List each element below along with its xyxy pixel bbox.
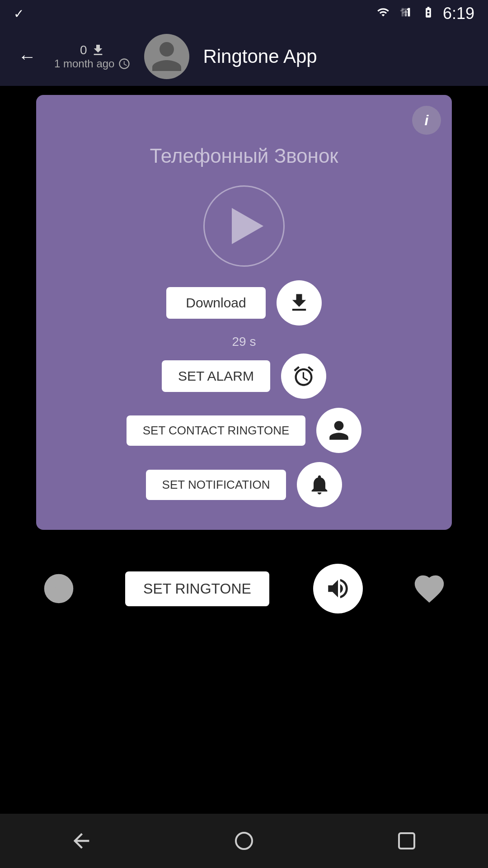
nav-home-icon	[235, 832, 253, 850]
set-ringtone-button[interactable]: SET RINGTONE	[125, 571, 269, 606]
song-title: Телефонный Звонок	[150, 145, 338, 167]
download-count-row: 0	[80, 43, 105, 57]
favorite-button[interactable]	[407, 566, 452, 611]
duration-text: 29 s	[232, 335, 256, 349]
bottom-bar: SET RINGTONE	[9, 543, 479, 634]
info-button[interactable]: i	[412, 106, 441, 135]
set-contact-ringtone-circle-button[interactable]	[316, 408, 361, 453]
avatar-icon	[149, 38, 185, 75]
set-alarm-row: SET ALARM	[50, 354, 438, 399]
set-notification-circle-button[interactable]	[297, 462, 342, 507]
svg-rect-1	[405, 10, 407, 16]
share-icon	[42, 572, 75, 605]
download-button[interactable]: Download	[166, 287, 266, 319]
wifi-icon	[375, 5, 391, 22]
share-button[interactable]	[36, 566, 81, 611]
set-contact-ringtone-button[interactable]: SET CONTACT RINGTONE	[127, 415, 306, 446]
status-bar-right: 6:19	[375, 4, 474, 23]
volume-icon	[325, 576, 351, 602]
volume-circle-button[interactable]	[313, 564, 363, 613]
nav-recents-button[interactable]	[389, 823, 425, 859]
battery-icon	[420, 5, 436, 22]
download-row: Download	[50, 280, 438, 326]
clock-icon	[118, 57, 131, 70]
status-bar-left: ✓	[14, 6, 24, 21]
main-content: i Телефонный Звонок Download 29 s SET AL…	[0, 86, 488, 809]
alarm-icon	[292, 364, 315, 388]
download-circle-icon	[287, 291, 311, 315]
signal-icon	[398, 5, 414, 22]
contact-icon	[327, 419, 351, 442]
nav-back-button[interactable]	[63, 823, 99, 859]
nav-recents-icon	[398, 832, 415, 849]
app-title: Ringtone App	[203, 46, 317, 67]
nav-home-button[interactable]	[226, 823, 262, 859]
svg-rect-0	[402, 8, 404, 16]
time-ago-text: 1 month ago	[54, 57, 114, 70]
notification-icon	[308, 473, 331, 496]
set-alarm-circle-button[interactable]	[281, 354, 326, 399]
download-count-value: 0	[80, 43, 87, 57]
download-circle-button[interactable]	[277, 280, 322, 326]
play-triangle-icon	[232, 208, 263, 244]
clock-time: 6:19	[443, 4, 474, 23]
download-icon	[91, 43, 105, 57]
nav-bar	[0, 814, 488, 868]
set-notification-row: SET NOTIFICATION	[50, 462, 438, 507]
svg-rect-2	[408, 8, 410, 16]
header-meta: 0 1 month ago	[54, 43, 131, 70]
status-bar: ✓ 6:19	[0, 0, 488, 27]
header-time-row: 1 month ago	[54, 57, 131, 70]
heart-icon	[413, 572, 446, 605]
set-notification-button[interactable]: SET NOTIFICATION	[146, 470, 286, 500]
set-contact-ringtone-row: SET CONTACT RINGTONE	[50, 408, 438, 453]
header: ← 0 1 month ago Ringtone App	[0, 27, 488, 86]
play-button[interactable]	[203, 185, 285, 267]
set-alarm-button[interactable]: SET ALARM	[162, 360, 270, 392]
avatar	[144, 34, 189, 79]
nav-back-icon	[70, 829, 93, 853]
back-button[interactable]: ←	[14, 42, 41, 71]
ringtone-card: i Телефонный Звонок Download 29 s SET AL…	[36, 95, 452, 530]
svg-point-4	[56, 586, 61, 591]
check-icon: ✓	[14, 6, 24, 21]
